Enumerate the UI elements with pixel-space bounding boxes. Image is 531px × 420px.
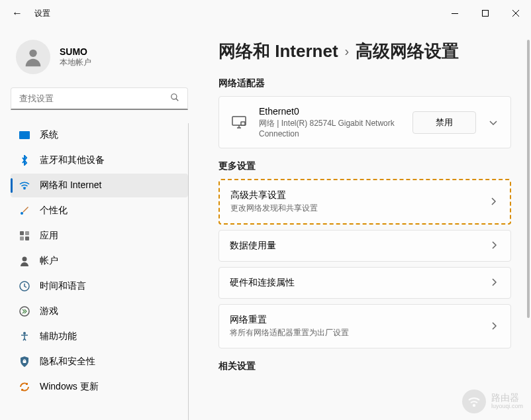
- sidebar-item-gaming[interactable]: 游戏: [11, 299, 188, 323]
- watermark-logo-icon: [462, 390, 486, 413]
- svg-rect-10: [20, 231, 24, 235]
- hardware-properties-card[interactable]: 硬件和连接属性: [218, 267, 511, 299]
- nav-divider: [188, 123, 189, 420]
- svg-point-17: [23, 332, 26, 335]
- card-title: 网络重置: [230, 314, 479, 326]
- sidebar-item-bluetooth[interactable]: 蓝牙和其他设备: [11, 148, 188, 172]
- chevron-right-icon: [489, 196, 499, 208]
- card-subtitle: 更改网络发现和共享设置: [230, 203, 478, 214]
- accessibility-icon: [19, 331, 30, 342]
- gaming-icon: [19, 305, 30, 317]
- sidebar-item-label: 蓝牙和其他设备: [40, 154, 105, 166]
- chevron-right-icon: [489, 240, 500, 252]
- system-icon: [19, 129, 30, 141]
- chevron-right-icon: [489, 321, 500, 333]
- sidebar-item-label: 个性化: [40, 205, 68, 217]
- sidebar-item-update[interactable]: Windows 更新: [11, 375, 188, 399]
- sidebar-item-label: Windows 更新: [40, 381, 99, 393]
- adapters-section: 网络适配器 Ethernet0 网络 | Intel(R) 82574L Gig…: [218, 78, 511, 148]
- sidebar-item-label: 辅助功能: [40, 331, 77, 342]
- user-section[interactable]: SUMO 本地帐户: [11, 34, 188, 87]
- sidebar-item-label: 游戏: [40, 305, 58, 317]
- search-icon: [170, 93, 179, 104]
- svg-point-5: [171, 94, 177, 99]
- advanced-sharing-card[interactable]: 高级共享设置 更改网络发现和共享设置: [218, 179, 511, 225]
- sidebar-item-time[interactable]: 时间和语言: [11, 274, 188, 298]
- sidebar-item-accessibility[interactable]: 辅助功能: [11, 325, 188, 348]
- watermark: 路由器 luyouqi.com: [462, 390, 523, 413]
- monitor-icon: [230, 116, 248, 129]
- minimize-button[interactable]: [440, 3, 470, 24]
- breadcrumb: 网络和 Internet › 高级网络设置: [218, 40, 511, 63]
- more-settings-section: 更多设置 高级共享设置 更改网络发现和共享设置 数据使用量: [218, 160, 511, 348]
- watermark-url: luyouqi.com: [491, 403, 523, 410]
- ethernet-desc: 网络 | Intel(R) 82574L Gigabit Network Con…: [259, 118, 402, 138]
- chevron-right-icon: ›: [345, 44, 350, 59]
- sidebar-item-label: 应用: [40, 230, 58, 242]
- sidebar: SUMO 本地帐户 系统 蓝牙和其他设备 网络和 Interne: [0, 26, 199, 420]
- titlebar-left: ← 设置: [12, 7, 50, 19]
- ethernet-card[interactable]: Ethernet0 网络 | Intel(R) 82574L Gigabit N…: [218, 96, 511, 148]
- apps-icon: [19, 230, 30, 242]
- scrollbar-thumb[interactable]: [527, 40, 530, 318]
- svg-rect-7: [19, 131, 30, 139]
- card-subtitle: 将所有网络适配器重置为出厂设置: [230, 327, 479, 339]
- svg-rect-13: [25, 236, 29, 240]
- maximize-button[interactable]: [470, 3, 501, 24]
- ethernet-info: Ethernet0 网络 | Intel(R) 82574L Gigabit N…: [259, 106, 402, 138]
- section-title: 相关设置: [218, 360, 511, 372]
- data-usage-card[interactable]: 数据使用量: [218, 230, 511, 262]
- svg-point-14: [23, 257, 27, 262]
- svg-rect-12: [20, 236, 24, 240]
- section-title: 网络适配器: [218, 78, 511, 89]
- card-title: 数据使用量: [230, 240, 479, 252]
- sidebar-item-label: 网络和 Internet: [40, 180, 101, 191]
- sidebar-item-personalization[interactable]: 个性化: [11, 199, 188, 223]
- nav-list: 系统 蓝牙和其他设备 网络和 Internet 个性化 应用 帐户: [11, 123, 188, 399]
- user-name: SUMO: [60, 46, 91, 57]
- svg-point-9: [21, 212, 23, 215]
- card-title: 硬件和连接属性: [230, 277, 479, 289]
- window-controls: [440, 3, 531, 24]
- section-title: 更多设置: [218, 160, 511, 172]
- wifi-icon: [19, 180, 30, 191]
- main-content: 网络和 Internet › 高级网络设置 网络适配器 Ethernet0 网络…: [199, 26, 531, 420]
- related-section: 相关设置: [218, 360, 511, 372]
- bluetooth-icon: [19, 154, 30, 166]
- user-info: SUMO 本地帐户: [60, 46, 91, 68]
- sidebar-item-accounts[interactable]: 帐户: [11, 249, 188, 273]
- window-title: 设置: [34, 8, 50, 19]
- user-account-type: 本地帐户: [60, 57, 91, 68]
- sidebar-item-system[interactable]: 系统: [11, 123, 188, 147]
- chevron-right-icon: [489, 277, 500, 289]
- disable-button[interactable]: 禁用: [412, 111, 476, 134]
- scrollbar[interactable]: [527, 40, 530, 411]
- back-button[interactable]: ←: [12, 7, 23, 19]
- chevron-down-icon[interactable]: [487, 117, 500, 129]
- sidebar-item-label: 系统: [40, 129, 58, 141]
- sidebar-item-label: 帐户: [40, 255, 58, 267]
- network-reset-card[interactable]: 网络重置 将所有网络适配器重置为出厂设置: [218, 304, 511, 348]
- sidebar-item-label: 时间和语言: [40, 280, 86, 292]
- ethernet-name: Ethernet0: [259, 106, 402, 117]
- sidebar-item-apps[interactable]: 应用: [11, 224, 188, 248]
- watermark-text: 路由器 luyouqi.com: [491, 393, 523, 409]
- brush-icon: [19, 205, 30, 217]
- search-box[interactable]: [11, 87, 188, 110]
- update-icon: [19, 381, 30, 393]
- clock-lang-icon: [19, 280, 30, 292]
- close-button[interactable]: [501, 3, 531, 24]
- svg-point-8: [24, 188, 25, 189]
- svg-rect-11: [25, 231, 29, 235]
- avatar: [16, 40, 50, 74]
- shield-icon: [19, 356, 30, 368]
- titlebar: ← 设置: [0, 0, 531, 26]
- svg-rect-1: [483, 11, 489, 17]
- svg-rect-23: [241, 122, 245, 125]
- sidebar-item-label: 隐私和安全性: [40, 356, 95, 368]
- search-input[interactable]: [19, 93, 170, 103]
- breadcrumb-parent[interactable]: 网络和 Internet: [218, 40, 338, 63]
- sidebar-item-network[interactable]: 网络和 Internet: [11, 174, 188, 197]
- sidebar-item-privacy[interactable]: 隐私和安全性: [11, 350, 188, 374]
- watermark-title: 路由器: [491, 393, 523, 403]
